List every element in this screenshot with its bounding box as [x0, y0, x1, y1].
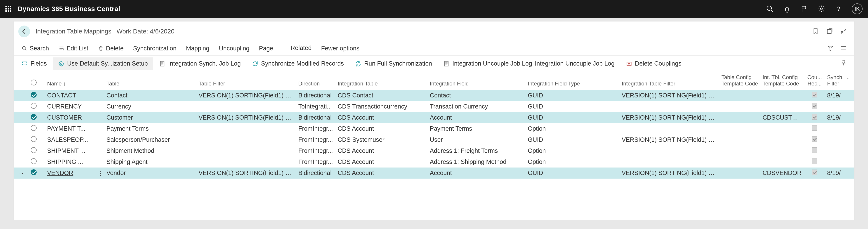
row-select[interactable] — [29, 101, 45, 112]
cell-direction[interactable]: FromIntegr... — [296, 157, 336, 167]
cell-integration-field-type[interactable]: GUID — [526, 134, 619, 145]
fields-action[interactable]: Fields — [17, 58, 52, 70]
row-select[interactable] — [29, 112, 45, 123]
cell-synch-filter[interactable] — [825, 157, 854, 167]
cell-table-filter[interactable] — [196, 157, 296, 167]
cell-int-tbl-config-template[interactable] — [760, 145, 804, 157]
cell-synch-filter[interactable]: 8/19/ — [825, 90, 854, 101]
col-name[interactable]: Name ↑ — [45, 72, 95, 90]
cell-name[interactable]: CURRENCY — [45, 101, 95, 112]
synchronization-menu[interactable]: Synchronization — [132, 44, 178, 53]
cell-synch-filter[interactable]: 8/19/ — [825, 112, 854, 123]
cell-couple-records[interactable] — [804, 134, 825, 145]
cell-table[interactable]: Vendor — [104, 167, 196, 178]
table-row[interactable]: → SALESPEOP... ⋮ Salesperson/Purchaser F… — [14, 134, 854, 145]
cell-table-filter[interactable]: VERSION(1) SORTING(Field1) W... — [196, 167, 296, 178]
cell-table-config-template[interactable] — [719, 157, 761, 167]
cell-table-filter[interactable] — [196, 145, 296, 157]
cell-integration-field[interactable]: Contact — [428, 90, 526, 101]
cell-integration-field-type[interactable]: Option — [526, 145, 619, 157]
cell-integration-table[interactable]: CDS Account — [336, 145, 428, 157]
cell-direction[interactable]: FromIntegr... — [296, 123, 336, 134]
cell-couple-records[interactable] — [804, 167, 825, 178]
cell-couple-records[interactable] — [804, 123, 825, 134]
cell-int-tbl-config-template[interactable] — [760, 157, 804, 167]
gear-icon[interactable] — [817, 5, 826, 13]
cell-integration-table[interactable]: CDS Account — [336, 157, 428, 167]
row-menu-icon[interactable]: ⋮ — [95, 167, 104, 178]
cell-table-config-template[interactable] — [719, 112, 761, 123]
cell-synch-filter[interactable] — [825, 123, 854, 134]
cell-name[interactable]: PAYMENT T... — [45, 123, 95, 134]
cell-integration-table-filter[interactable] — [619, 101, 719, 112]
cell-synch-filter[interactable] — [825, 134, 854, 145]
cell-integration-table-filter[interactable]: VERSION(1) SORTING(Field1) W... — [619, 112, 719, 123]
cell-couple-records[interactable] — [804, 157, 825, 167]
cell-integration-table[interactable]: CDS Account — [336, 167, 428, 178]
cell-direction[interactable]: Bidirectional — [296, 112, 336, 123]
cell-integration-table[interactable]: CDS Contact — [336, 90, 428, 101]
cell-table[interactable]: Currency — [104, 101, 196, 112]
cell-table-filter[interactable] — [196, 123, 296, 134]
col-synch-filter[interactable]: Synch. ... Filter — [825, 72, 854, 90]
cell-integration-field[interactable]: User — [428, 134, 526, 145]
row-menu-icon[interactable]: ⋮ — [95, 90, 104, 101]
cell-integration-table-filter[interactable]: VERSION(1) SORTING(Field1) W... — [619, 134, 719, 145]
cell-table-config-template[interactable] — [719, 134, 761, 145]
filter-icon[interactable] — [827, 45, 834, 52]
cell-table-config-template[interactable] — [719, 145, 761, 157]
row-select[interactable] — [29, 123, 45, 134]
related-menu[interactable]: Related — [290, 43, 313, 54]
cell-integration-table-filter[interactable]: VERSION(1) SORTING(Field1) W... — [619, 90, 719, 101]
cell-integration-table[interactable]: CDS Transactioncurrency — [336, 101, 428, 112]
cell-name[interactable]: SHIPMENT ... — [45, 145, 95, 157]
col-integration-table-filter[interactable]: Integration Table Filter — [619, 72, 719, 90]
integration-synch-job-log-action[interactable]: Integration Synch. Job Log — [154, 58, 246, 70]
table-row[interactable]: → SHIPPING ... ⋮ Shipping Agent FromInte… — [14, 157, 854, 167]
popout-icon[interactable] — [826, 28, 833, 35]
cell-couple-records[interactable] — [804, 145, 825, 157]
bookmark-icon[interactable] — [812, 28, 819, 35]
cell-integration-field-type[interactable]: Option — [526, 123, 619, 134]
cell-name[interactable]: CUSTOMER — [45, 112, 95, 123]
col-int-tbl-config-template[interactable]: Int. Tbl. Config Template Code — [760, 72, 804, 90]
back-button[interactable] — [18, 26, 30, 37]
cell-couple-records[interactable] — [804, 90, 825, 101]
cell-integration-table-filter[interactable] — [619, 157, 719, 167]
table-row[interactable]: → VENDOR ⋮ Vendor VERSION(1) SORTING(Fie… — [14, 167, 854, 178]
cell-name[interactable]: SALESPEOP... — [45, 134, 95, 145]
cell-integration-table-filter[interactable] — [619, 123, 719, 134]
col-table-config-template[interactable]: Table Config Template Code — [719, 72, 761, 90]
col-direction[interactable]: Direction — [296, 72, 336, 90]
col-table[interactable]: Table — [104, 72, 196, 90]
cell-integration-field-type[interactable]: GUID — [526, 90, 619, 101]
cell-integration-field[interactable]: Address 1: Freight Terms — [428, 145, 526, 157]
use-default-setup-action[interactable]: Use Default Sy...ization Setup — [53, 58, 153, 70]
user-avatar[interactable]: IK — [852, 3, 863, 14]
cell-int-tbl-config-template[interactable]: CDSVENDOR — [760, 167, 804, 178]
pin-icon[interactable] — [840, 60, 851, 68]
delete-action[interactable]: Delete — [97, 44, 125, 53]
cell-table[interactable]: Shipment Method — [104, 145, 196, 157]
row-menu-icon[interactable]: ⋮ — [95, 101, 104, 112]
cell-direction[interactable]: Bidirectional — [296, 167, 336, 178]
cell-table[interactable]: Contact — [104, 90, 196, 101]
cell-integration-field-type[interactable]: Option — [526, 157, 619, 167]
delete-couplings-action[interactable]: Delete Couplings — [621, 58, 686, 70]
cell-int-tbl-config-template[interactable]: CDSCUSTOME — [760, 112, 804, 123]
cell-direction[interactable]: ToIntegrati... — [296, 101, 336, 112]
cell-integration-field-type[interactable]: GUID — [526, 112, 619, 123]
page-menu[interactable]: Page — [258, 44, 274, 53]
row-menu-icon[interactable]: ⋮ — [95, 157, 104, 167]
table-row[interactable]: → SHIPMENT ... ⋮ Shipment Method FromInt… — [14, 145, 854, 157]
app-launcher-icon[interactable] — [5, 6, 11, 12]
cell-table-filter[interactable] — [196, 134, 296, 145]
uncoupling-menu[interactable]: Uncoupling — [218, 44, 250, 53]
cell-table-config-template[interactable] — [719, 167, 761, 178]
cell-couple-records[interactable] — [804, 101, 825, 112]
cell-synch-filter[interactable] — [825, 145, 854, 157]
search-icon[interactable] — [766, 5, 774, 13]
run-full-sync-action[interactable]: Run Full Synchronization — [350, 58, 437, 70]
table-row[interactable]: → PAYMENT T... ⋮ Payment Terms FromInteg… — [14, 123, 854, 134]
row-menu-icon[interactable]: ⋮ — [95, 145, 104, 157]
